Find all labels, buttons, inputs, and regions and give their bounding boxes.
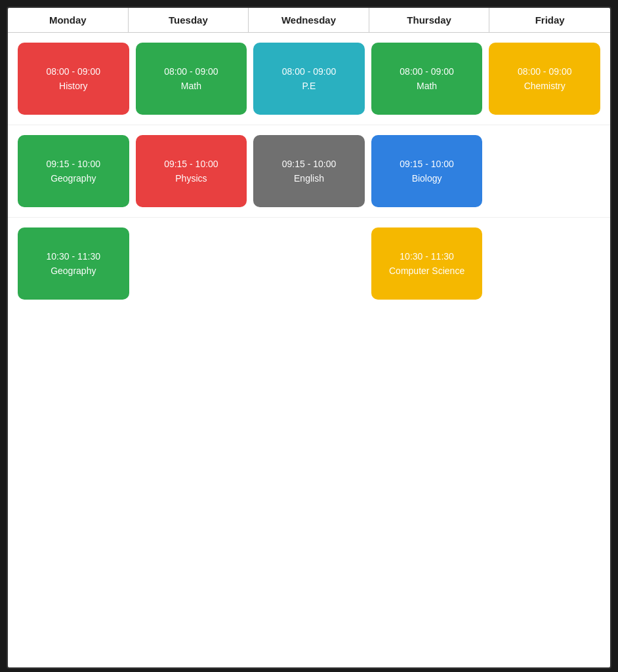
class-time: 08:00 - 09:00 (47, 66, 101, 77)
class-card-computer-science[interactable]: 10:30 - 11:30Computer Science (371, 227, 483, 300)
header-day-friday: Friday (489, 8, 610, 32)
class-subject: English (294, 173, 324, 184)
class-time: 10:30 - 11:30 (400, 251, 454, 262)
day-cell-wednesday: 09:15 - 10:00English (250, 132, 368, 210)
class-card-biology[interactable]: 09:15 - 10:00Biology (371, 135, 483, 207)
class-card-geography[interactable]: 10:30 - 11:30Geography (18, 227, 129, 300)
day-cell-friday: 08:00 - 09:00Chemistry (485, 39, 604, 118)
class-subject: Physics (175, 173, 207, 184)
class-subject: History (59, 81, 88, 91)
day-cell-monday: 08:00 - 09:00History (14, 39, 133, 118)
class-subject: Geography (51, 266, 96, 276)
day-cell-thursday: 08:00 - 09:00Math (368, 39, 486, 118)
schedule-row-row1: 08:00 - 09:00History08:00 - 09:00Math08:… (8, 33, 610, 125)
class-card-geography[interactable]: 09:15 - 10:00Geography (18, 135, 129, 207)
class-time: 09:15 - 10:00 (47, 159, 101, 169)
calendar-container: MondayTuesdayWednesdayThursdayFriday 08:… (7, 7, 611, 669)
header-day-monday: Monday (8, 8, 129, 32)
day-cell-wednesday (250, 224, 368, 303)
class-card-history[interactable]: 08:00 - 09:00History (18, 43, 129, 115)
class-subject: Computer Science (389, 266, 464, 276)
class-card-physics[interactable]: 09:15 - 10:00Physics (136, 135, 247, 207)
class-card-p.e[interactable]: 08:00 - 09:00P.E (253, 43, 365, 115)
day-cell-wednesday: 08:00 - 09:00P.E (250, 39, 368, 118)
class-time: 09:15 - 10:00 (164, 159, 218, 169)
class-time: 08:00 - 09:00 (400, 66, 454, 77)
schedule-row-row2: 09:15 - 10:00Geography09:15 - 10:00Physi… (8, 125, 610, 218)
class-card-english[interactable]: 09:15 - 10:00English (253, 135, 365, 207)
schedule-body: 08:00 - 09:00History08:00 - 09:00Math08:… (8, 33, 610, 309)
class-time: 08:00 - 09:00 (518, 66, 572, 77)
day-cell-thursday: 09:15 - 10:00Biology (368, 132, 486, 210)
schedule-row-row3: 10:30 - 11:30Geography10:30 - 11:30Compu… (8, 218, 610, 309)
class-subject: Chemistry (524, 81, 566, 91)
class-time: 08:00 - 09:00 (282, 66, 337, 77)
class-subject: Math (417, 81, 437, 91)
header-day-wednesday: Wednesday (249, 8, 369, 32)
day-cell-friday (485, 224, 604, 303)
day-cell-tuesday: 09:15 - 10:00Physics (133, 132, 251, 210)
class-subject: Geography (51, 173, 96, 184)
class-subject: Biology (412, 173, 442, 184)
class-card-math[interactable]: 08:00 - 09:00Math (136, 43, 247, 115)
header-day-tuesday: Tuesday (129, 8, 249, 32)
class-time: 09:15 - 10:00 (282, 159, 337, 169)
class-subject: P.E (302, 81, 316, 91)
day-cell-friday (485, 132, 604, 210)
header-day-thursday: Thursday (369, 8, 490, 32)
class-subject: Math (181, 81, 201, 91)
class-time: 09:15 - 10:00 (400, 159, 454, 169)
calendar-header: MondayTuesdayWednesdayThursdayFriday (8, 8, 610, 33)
day-cell-monday: 09:15 - 10:00Geography (14, 132, 133, 210)
class-time: 08:00 - 09:00 (164, 66, 218, 77)
day-cell-thursday: 10:30 - 11:30Computer Science (368, 224, 486, 303)
day-cell-tuesday (133, 224, 251, 303)
day-cell-monday: 10:30 - 11:30Geography (14, 224, 133, 303)
class-time: 10:30 - 11:30 (47, 251, 101, 262)
class-card-math[interactable]: 08:00 - 09:00Math (371, 43, 483, 115)
day-cell-tuesday: 08:00 - 09:00Math (133, 39, 251, 118)
class-card-chemistry[interactable]: 08:00 - 09:00Chemistry (489, 43, 600, 115)
